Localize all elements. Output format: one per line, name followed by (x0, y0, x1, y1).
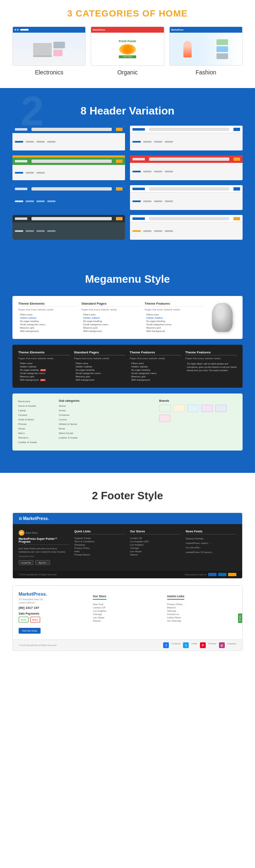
electronics-thumb (12, 26, 86, 66)
fashion-model (183, 41, 192, 57)
footer-2-phone: [80] 1017 197 (19, 606, 88, 610)
mega-sub-2-1: Pages that every website needs. (18, 357, 70, 360)
footer-1-program-title: MarketPress Super Points™ Program (19, 537, 70, 545)
footer-section-title: 2 Footer Style (12, 489, 243, 502)
instagram-icon[interactable]: @ (219, 642, 225, 648)
payment-paypal (218, 573, 226, 576)
nav-29 (143, 230, 152, 232)
payment-visa (208, 573, 217, 576)
app-store-btn[interactable]: App Store (35, 560, 50, 565)
nav-1 (15, 141, 23, 143)
facebook-label: Facebook (171, 642, 180, 648)
footer-link-1: Support Center (75, 537, 125, 539)
footer-store-2: Los Angeles (90) (130, 540, 181, 543)
cat-item-9: Women's (18, 436, 51, 440)
electronics-header (13, 27, 85, 33)
cat-item-8: Men's (18, 431, 51, 436)
headers-grid (12, 126, 243, 240)
mega-col-2-3: Theme Features Pages that every website … (130, 351, 181, 382)
program-circle: P (19, 530, 24, 536)
program-badge-label: Super Points (26, 532, 38, 534)
cat-item-10: Leather & Suede (18, 440, 51, 445)
footer-1-links-col: Quick Links Support Center Term & Condit… (75, 530, 125, 565)
fashion-header: MarketPress (170, 27, 242, 33)
mega-title-1-1: Theme Elements (18, 302, 77, 307)
nav-9 (15, 172, 23, 174)
cat-item-1: Electronics (18, 399, 51, 404)
footer-news-4: marketPress VS launch... (186, 551, 237, 554)
footer-2-link-6: Our Sitemap (167, 620, 236, 622)
footer-1-logo: ⊙ MarketPress. (19, 516, 49, 521)
header-thumb-8[interactable] (130, 215, 243, 240)
hthumb-bottom-6 (130, 193, 243, 210)
norton-text: Norton (21, 619, 26, 621)
header-thumb-7[interactable] (12, 215, 125, 240)
header-thumb-5[interactable] (12, 185, 125, 210)
footer-1-stores-title: Our Stores (130, 530, 181, 534)
pinterest-icon[interactable]: P (200, 642, 206, 648)
mega-categories-layout: Electronics Home & Garden Laptop Camera … (18, 399, 237, 445)
footer-1-app-btns: Google Play App Store (19, 560, 70, 565)
hthumb-logo-2 (132, 128, 145, 131)
section-megamenu: Megamenu Style Theme Elements Pages that… (0, 256, 255, 473)
header-thumb-3[interactable] (12, 155, 125, 180)
mega-sub-2-4: Pages that every website needs. (185, 357, 237, 360)
facebook-icon[interactable]: f (163, 642, 169, 648)
cat-item-3: Laptop (18, 408, 51, 413)
hthumb-search-3 (31, 160, 112, 163)
header-thumb-6[interactable] (130, 185, 243, 210)
mcafee-text: McAfee (32, 619, 38, 621)
footer-card-1: ⊙ MarketPress. P Super Points MarketPres… (12, 513, 243, 579)
mega-dark-item-5: Masonry grid (18, 375, 70, 378)
twitter-icon[interactable]: t (183, 642, 189, 648)
hthumb-btn-6 (233, 187, 240, 191)
nav-24 (15, 230, 23, 232)
electronics-label: Electronics (12, 69, 86, 76)
visit-shop-btn[interactable]: Visit My Shop (19, 628, 41, 634)
hthumb-search-5 (31, 187, 112, 191)
footer-link-5: Help (75, 550, 125, 553)
nav-16 (15, 200, 23, 202)
hthumb-logo-3 (15, 160, 27, 162)
hthumb-btn-4 (233, 157, 240, 161)
product-placeholder (208, 302, 237, 333)
mega-sub-2-2: Pages that every website needs. (74, 357, 126, 360)
header-variation-title: 8 Header Variation (12, 105, 243, 117)
nav-27 (47, 230, 55, 232)
header-thumb-4[interactable] (130, 155, 243, 180)
nav-28 (132, 230, 141, 232)
footer-2-store-3: Los Angeles (93, 610, 162, 612)
brand-3 (187, 405, 199, 412)
mega-item-7: Filters area (82, 313, 141, 316)
badge-new-2: NEW (40, 379, 46, 381)
fashion-items (217, 39, 228, 59)
sub-cat-1: Airbus (59, 404, 156, 408)
footer-2-social-icons: f Facebook t Twitter P Pinterest @ Insta… (163, 642, 236, 648)
sale-side-tab[interactable]: SALE (238, 613, 242, 623)
nav-18 (36, 200, 45, 202)
footer-card-2: MarketPress. 121 Strona Blvd Suite 120,L… (12, 585, 243, 651)
footer-2-store-2: London GP (93, 606, 162, 609)
mega-dark-item-13: Filters area (130, 362, 181, 365)
footer-store-5: Las Vegas (130, 550, 181, 553)
footer-store-6: Atlanta (130, 553, 181, 556)
footer-1-links-title: Quick Links (75, 530, 125, 534)
hthumb-bottom-8 (130, 222, 243, 240)
fashion-body (170, 33, 242, 65)
mega-brands-grid (159, 405, 237, 422)
google-play-btn[interactable]: Google Play (19, 560, 34, 565)
brand-1 (159, 405, 171, 412)
header-thumb-2[interactable] (130, 126, 243, 150)
organic-body: Fresh Foods SHOP NOW (91, 33, 164, 65)
section-header-variation: 2 8 Header Variation (0, 88, 255, 256)
mega-col-1-2: Standard Pages Pages that every website … (82, 302, 141, 333)
norton-badge: Norton (19, 617, 29, 622)
category-fashion[interactable]: MarketPress Fashion (169, 26, 243, 76)
footer-link-3: Shopping (75, 544, 125, 546)
footer-2-addr: 121 Strona Blvd Suite 120,London UK06 UK (19, 598, 88, 604)
mega-col-1-3: Theme Features Pages that every website … (144, 302, 204, 333)
category-electronics[interactable]: Electronics (12, 26, 86, 76)
footer-2-link-5: Latest News (167, 616, 236, 619)
category-organic[interactable]: MarketPress Fresh Foods SHOP NOW Organic (91, 26, 164, 76)
footer-2-links-title: Useful Links (167, 595, 185, 600)
